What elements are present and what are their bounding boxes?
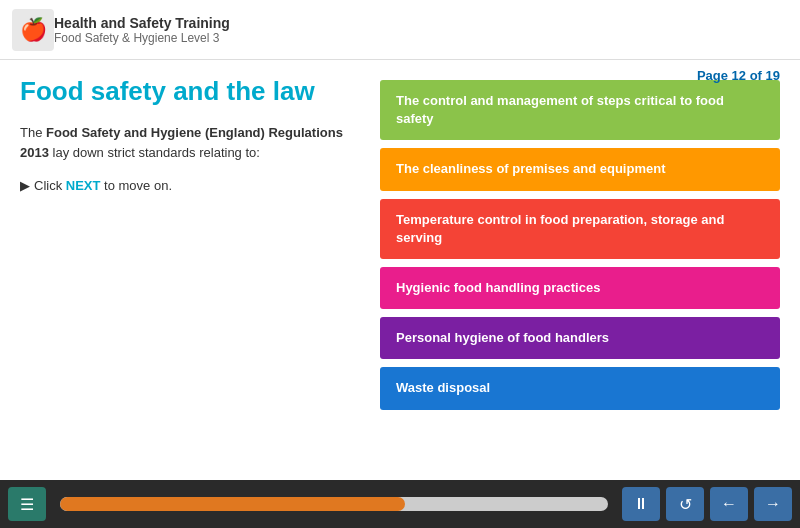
- footer-toolbar: ☰ ⏸ ↺ ← →: [0, 480, 800, 528]
- header: 🍎 Health and Safety Training Food Safety…: [0, 0, 800, 60]
- pause-button[interactable]: ⏸: [622, 487, 660, 521]
- course-subtitle: Food Safety & Hygiene Level 3: [54, 31, 230, 45]
- next-button[interactable]: →: [754, 487, 792, 521]
- body-text: The Food Safety and Hygiene (England) Re…: [20, 123, 360, 162]
- next-label: NEXT: [66, 178, 101, 193]
- next-icon: →: [765, 495, 781, 513]
- menu-icon: ☰: [20, 495, 34, 514]
- course-icon: 🍎: [12, 9, 54, 51]
- progress-bar-fill: [60, 497, 405, 511]
- topic-item-1[interactable]: The control and management of steps crit…: [380, 80, 780, 140]
- footer-right-buttons: ⏸ ↺ ← →: [622, 487, 792, 521]
- replay-button[interactable]: ↺: [666, 487, 704, 521]
- course-title: Health and Safety Training: [54, 15, 230, 31]
- topic-item-2[interactable]: The cleanliness of premises and equipmen…: [380, 148, 780, 190]
- page-number: Page 12 of 19: [697, 68, 780, 83]
- prev-button[interactable]: ←: [710, 487, 748, 521]
- menu-button[interactable]: ☰: [8, 487, 46, 521]
- topic-item-4[interactable]: Hygienic food handling practices: [380, 267, 780, 309]
- page-title: Food safety and the law: [20, 76, 360, 107]
- replay-icon: ↺: [679, 495, 692, 514]
- topic-item-5[interactable]: Personal hygiene of food handlers: [380, 317, 780, 359]
- main-content: Food safety and the law The Food Safety …: [0, 60, 800, 480]
- pause-icon: ⏸: [633, 495, 649, 513]
- topic-item-3[interactable]: Temperature control in food preparation,…: [380, 199, 780, 259]
- header-text: Health and Safety Training Food Safety &…: [54, 15, 230, 45]
- instruction-text: ▶Click NEXT to move on.: [20, 178, 360, 193]
- left-panel: Food safety and the law The Food Safety …: [20, 76, 380, 464]
- right-panel: The control and management of steps crit…: [380, 76, 780, 464]
- bold-regulation: Food Safety and Hygiene (England) Regula…: [20, 125, 343, 160]
- prev-icon: ←: [721, 495, 737, 513]
- topic-item-6[interactable]: Waste disposal: [380, 367, 780, 409]
- arrow-icon: ▶: [20, 178, 30, 193]
- progress-bar-container: [60, 497, 608, 511]
